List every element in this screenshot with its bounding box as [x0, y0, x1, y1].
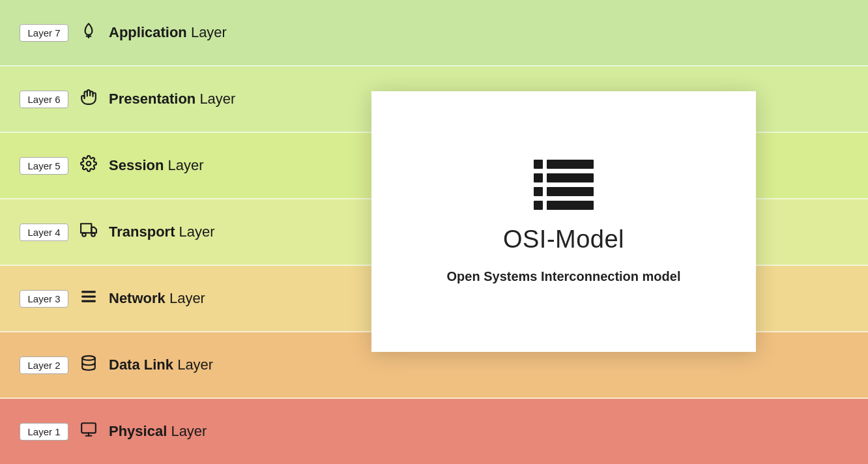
svg-rect-9: [81, 300, 96, 302]
layer-label-layer-6: Presentation Layer: [109, 91, 235, 108]
bullet-icon: [534, 160, 543, 169]
monitor-icon: [80, 421, 97, 442]
database-icon: [80, 355, 97, 375]
list-icon: [534, 160, 594, 210]
layer-badge-layer-4: Layer 4: [20, 224, 68, 241]
bullet-icon: [534, 173, 543, 182]
svg-marker-4: [91, 227, 96, 233]
svg-point-6: [91, 233, 94, 236]
card-title: OSI-Model: [503, 225, 624, 254]
layer-label-layer-3: Network Layer: [109, 290, 205, 307]
svg-point-5: [82, 233, 85, 236]
layer-label-layer-7: Application Layer: [109, 24, 227, 41]
layer-badge-layer-1: Layer 1: [20, 423, 68, 441]
hand-icon: [80, 89, 97, 109]
list-line: [547, 160, 594, 169]
svg-point-10: [82, 356, 95, 360]
rocket-icon: [80, 22, 97, 43]
layer-label-layer-1: Physical Layer: [109, 423, 207, 440]
svg-rect-7: [81, 291, 96, 293]
network-icon: [80, 288, 97, 309]
svg-rect-8: [81, 295, 96, 297]
svg-point-2: [87, 162, 91, 166]
list-line: [547, 173, 594, 182]
layer-row-layer-1: Layer 1Physical Layer: [0, 399, 868, 464]
list-line: [547, 201, 594, 210]
layer-label-layer-4: Transport Layer: [109, 224, 215, 240]
bullet-icon: [534, 201, 543, 210]
list-line: [547, 187, 594, 196]
layer-label-layer-5: Session Layer: [109, 157, 204, 174]
layer-label-layer-2: Data Link Layer: [109, 356, 213, 373]
bullet-icon: [534, 187, 543, 196]
layer-badge-layer-2: Layer 2: [20, 356, 68, 374]
svg-rect-3: [81, 224, 91, 233]
layer-row-layer-7: Layer 7Application Layer: [0, 0, 868, 66]
bus-icon: [80, 222, 97, 242]
svg-rect-11: [81, 423, 96, 433]
osi-card: OSI-Model Open Systems Interconnection m…: [371, 91, 756, 352]
card-subtitle: Open Systems Interconnection model: [447, 269, 681, 284]
layer-badge-layer-3: Layer 3: [20, 290, 68, 308]
layer-badge-layer-7: Layer 7: [20, 24, 68, 42]
layer-badge-layer-6: Layer 6: [20, 91, 68, 108]
gear-icon: [80, 155, 97, 176]
layer-badge-layer-5: Layer 5: [20, 157, 68, 175]
